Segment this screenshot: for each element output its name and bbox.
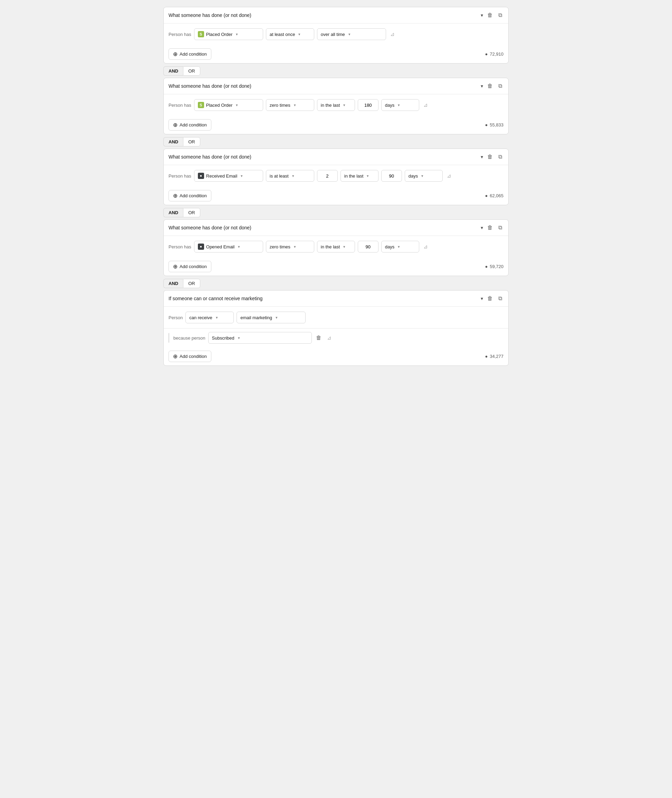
count-display-3: ● 62,065 xyxy=(485,193,504,198)
delete-button-3[interactable]: 🗑 xyxy=(486,152,494,161)
condition-block-4: What someone has done (or not done) ▾ 🗑 … xyxy=(163,220,509,276)
inlast-value-4: in the last xyxy=(321,244,340,249)
frequency-value-4: zero times xyxy=(270,244,290,249)
unit-dropdown-2[interactable]: days ▾ xyxy=(381,99,419,111)
add-condition-label-3: Add condition xyxy=(179,193,207,198)
unit-value-2: days xyxy=(385,103,394,108)
inlast-dropdown-3[interactable]: in the last ▾ xyxy=(341,170,378,182)
number-input-3[interactable] xyxy=(381,170,402,182)
timeframe-dropdown-1[interactable]: over all time ▾ xyxy=(317,28,386,40)
inlast-value-2: in the last xyxy=(321,103,340,108)
unit-dropdown-3[interactable]: days ▾ xyxy=(405,170,443,182)
timeframe-chevron-1: ▾ xyxy=(349,32,350,37)
event-chevron-2: ▾ xyxy=(236,103,238,107)
delete-button-5[interactable]: 🗑 xyxy=(486,294,494,303)
filter-btn-5[interactable]: ⊿ xyxy=(326,333,333,342)
delete-because-btn[interactable]: 🗑 xyxy=(315,333,323,342)
marketing-type-chevron: ▾ xyxy=(275,316,278,320)
add-condition-button-3[interactable]: ⊕ Add condition xyxy=(168,190,211,201)
count-value-5: 34,277 xyxy=(490,354,504,359)
can-receive-dropdown[interactable]: can receive ▾ xyxy=(186,312,234,323)
and-button-3[interactable]: AND xyxy=(163,208,183,217)
copy-button-4[interactable]: ⧉ xyxy=(497,223,504,232)
or-button-1[interactable]: OR xyxy=(183,66,200,76)
frequency-dropdown-2[interactable]: zero times ▾ xyxy=(266,99,314,111)
frequency-dropdown-1[interactable]: at least once ▾ xyxy=(266,28,314,40)
because-label: because person xyxy=(173,335,205,341)
copy-button-1[interactable]: ⧉ xyxy=(497,11,504,20)
frequency-chevron-2: ▾ xyxy=(294,103,296,107)
condition-title-2: What someone has done (or not done) xyxy=(168,83,478,89)
count-value-3: 62,065 xyxy=(490,193,504,198)
event-value-1: Placed Order xyxy=(206,32,233,37)
and-button-4[interactable]: AND xyxy=(163,279,183,288)
person-icon-1: ● xyxy=(485,51,488,57)
plus-icon-1: ⊕ xyxy=(173,51,178,57)
count-display-2: ● 55,833 xyxy=(485,122,504,127)
or-button-4[interactable]: OR xyxy=(183,279,200,288)
add-condition-button-5[interactable]: ⊕ Add condition xyxy=(168,351,211,362)
condition-body-3: Person has ■ Received Email ▾ is at leas… xyxy=(164,165,508,187)
person-icon-4: ● xyxy=(485,264,488,269)
inlast-dropdown-4[interactable]: in the last ▾ xyxy=(317,241,355,253)
plus-icon-3: ⊕ xyxy=(173,192,178,199)
marketing-type-dropdown[interactable]: email marketing ▾ xyxy=(237,312,306,323)
event-chevron-3: ▾ xyxy=(241,174,243,178)
email-icon-3: ■ xyxy=(198,173,204,179)
condition-header-1: What someone has done (or not done) ▾ 🗑 … xyxy=(164,7,508,24)
unit-dropdown-4[interactable]: days ▾ xyxy=(381,241,419,253)
add-condition-button-4[interactable]: ⊕ Add condition xyxy=(168,261,211,272)
count-display-4: ● 59,720 xyxy=(485,264,504,269)
add-condition-button-1[interactable]: ⊕ Add condition xyxy=(168,48,211,60)
or-button-2[interactable]: OR xyxy=(183,137,200,146)
condition-footer-4: ⊕ Add condition ● 59,720 xyxy=(164,257,508,276)
add-condition-button-2[interactable]: ⊕ Add condition xyxy=(168,119,211,131)
condition-title-3: What someone has done (or not done) xyxy=(168,154,478,160)
frequency-value-1: at least once xyxy=(270,32,295,37)
condition-body-4: Person has ■ Opened Email ▾ zero times ▾… xyxy=(164,236,508,257)
timeframe-value-1: over all time xyxy=(321,32,345,37)
copy-button-2[interactable]: ⧉ xyxy=(497,82,504,91)
condition-body-1: Person has S Placed Order ▾ at least onc… xyxy=(164,24,508,45)
number-input-2[interactable] xyxy=(358,99,378,111)
delete-button-4[interactable]: 🗑 xyxy=(486,223,494,232)
shopify-icon-1: S xyxy=(198,31,204,37)
filter-btn-3[interactable]: ⊿ xyxy=(445,171,453,180)
person-label-2: Person has xyxy=(168,103,191,108)
event-dropdown-3[interactable]: ■ Received Email ▾ xyxy=(194,170,263,182)
shopify-icon-2: S xyxy=(198,102,204,108)
inlast-chevron-3: ▾ xyxy=(367,174,369,178)
event-dropdown-2[interactable]: S Placed Order ▾ xyxy=(194,99,263,111)
condition-footer-2: ⊕ Add condition ● 55,833 xyxy=(164,116,508,134)
plus-icon-5: ⊕ xyxy=(173,353,178,360)
frequency-dropdown-3[interactable]: is at least ▾ xyxy=(266,170,314,182)
and-button-1[interactable]: AND xyxy=(163,66,183,76)
chevron-down-icon-4: ▾ xyxy=(481,225,483,231)
copy-button-3[interactable]: ⧉ xyxy=(497,152,504,161)
filter-btn-2[interactable]: ⊿ xyxy=(422,101,429,109)
filter-btn-4[interactable]: ⊿ xyxy=(422,242,429,251)
number-input-4[interactable] xyxy=(358,241,378,253)
email-icon-4: ■ xyxy=(198,244,204,250)
delete-button-2[interactable]: 🗑 xyxy=(486,82,494,91)
inlast-chevron-4: ▾ xyxy=(343,245,345,249)
indent-bar xyxy=(168,333,169,343)
delete-button-1[interactable]: 🗑 xyxy=(486,11,494,20)
unit-chevron-2: ▾ xyxy=(398,103,400,107)
or-button-3[interactable]: OR xyxy=(183,208,200,217)
person-icon-5: ● xyxy=(485,354,488,359)
connector-2: AND OR xyxy=(163,137,509,146)
subscription-dropdown[interactable]: Subscribed ▾ xyxy=(208,332,312,344)
person-label-5: Person xyxy=(168,315,183,320)
add-condition-label-5: Add condition xyxy=(179,354,207,359)
and-button-2[interactable]: AND xyxy=(163,137,183,146)
filter-btn-1[interactable]: ⊿ xyxy=(389,30,396,39)
condition-block-3: What someone has done (or not done) ▾ 🗑 … xyxy=(163,149,509,205)
condition-title-1: What someone has done (or not done) xyxy=(168,13,478,18)
copy-button-5[interactable]: ⧉ xyxy=(497,294,504,303)
frequency-dropdown-4[interactable]: zero times ▾ xyxy=(266,241,314,253)
event-dropdown-1[interactable]: S Placed Order ▾ xyxy=(194,28,263,40)
inlast-dropdown-2[interactable]: in the last ▾ xyxy=(317,99,355,111)
count-input-3[interactable] xyxy=(317,170,338,182)
event-dropdown-4[interactable]: ■ Opened Email ▾ xyxy=(194,241,263,253)
